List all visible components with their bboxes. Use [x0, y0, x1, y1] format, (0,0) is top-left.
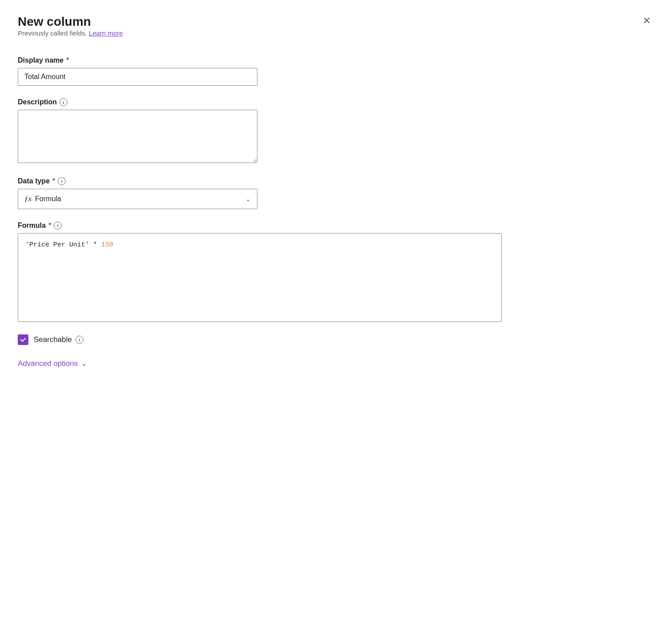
searchable-info-icon[interactable]: i: [75, 336, 83, 344]
advanced-options-label: Advanced options: [18, 359, 78, 368]
formula-label-text: Formula: [18, 222, 46, 230]
formula-label: Formula * i: [18, 222, 654, 230]
advanced-options-row[interactable]: Advanced options ⌄: [18, 359, 654, 368]
formula-wrapper: 'Price Per Unit' * 150: [18, 233, 654, 322]
data-type-select[interactable]: ƒx Formula ⌄: [18, 189, 257, 209]
display-name-required: *: [66, 56, 69, 64]
formula-string-part: 'Price Per Unit' *: [25, 241, 101, 249]
panel-title-area: New column Previously called fields. Lea…: [18, 14, 123, 53]
panel-subtitle: Previously called fields. Learn more: [18, 29, 123, 37]
searchable-label-area: Searchable i: [34, 335, 83, 344]
display-name-label-text: Display name: [18, 56, 63, 64]
searchable-row: Searchable i: [18, 334, 654, 345]
subtitle-text: Previously called fields.: [18, 29, 87, 37]
advanced-options-chevron-icon: ⌄: [81, 359, 87, 368]
close-button[interactable]: ✕: [639, 14, 654, 28]
searchable-label-text: Searchable: [34, 335, 72, 344]
formula-content-area[interactable]: 'Price Per Unit' * 150: [18, 233, 502, 322]
formula-group: Formula * i 'Price Per Unit' * 150: [18, 222, 654, 322]
formula-number-part: 150: [101, 241, 113, 249]
data-type-required: *: [52, 177, 55, 185]
panel-title: New column: [18, 14, 123, 29]
chevron-down-icon: ⌄: [245, 195, 251, 202]
data-type-label: Data type * i: [18, 177, 654, 185]
description-textarea[interactable]: [18, 110, 257, 163]
fx-icon: ƒx: [24, 194, 32, 203]
description-label: Description i: [18, 98, 654, 106]
data-type-value: Formula: [35, 195, 61, 203]
formula-info-icon[interactable]: i: [54, 222, 62, 230]
display-name-group: Display name *: [18, 56, 654, 86]
description-group: Description i: [18, 98, 654, 165]
new-column-panel: New column Previously called fields. Lea…: [0, 0, 672, 627]
data-type-label-text: Data type: [18, 177, 50, 185]
data-type-info-icon[interactable]: i: [58, 177, 66, 185]
searchable-checkbox[interactable]: [18, 334, 28, 345]
data-type-group: Data type * i ƒx Formula ⌄: [18, 177, 654, 209]
description-info-icon[interactable]: i: [59, 98, 67, 106]
panel-header: New column Previously called fields. Lea…: [18, 14, 654, 53]
display-name-input[interactable]: [18, 68, 257, 86]
formula-required: *: [48, 222, 51, 230]
learn-more-link[interactable]: Learn more: [89, 29, 123, 37]
description-label-text: Description: [18, 98, 57, 106]
display-name-label: Display name *: [18, 56, 654, 64]
